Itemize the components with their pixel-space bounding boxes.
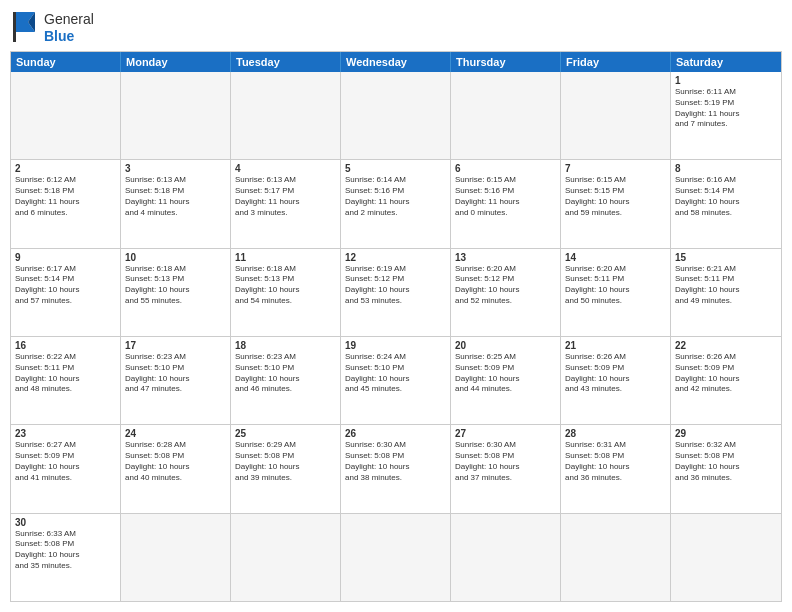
day-number: 14 [565,252,666,263]
day-headers: SundayMondayTuesdayWednesdayThursdayFrid… [11,52,781,72]
day-cell-27: 27Sunrise: 6:30 AM Sunset: 5:08 PM Dayli… [451,425,561,512]
day-cell-7: 7Sunrise: 6:15 AM Sunset: 5:15 PM Daylig… [561,160,671,247]
day-number: 9 [15,252,116,263]
week-row-1: 1Sunrise: 6:11 AM Sunset: 5:19 PM Daylig… [11,72,781,159]
day-cell-empty [451,514,561,601]
day-cell-empty [121,72,231,159]
day-info: Sunrise: 6:11 AM Sunset: 5:19 PM Dayligh… [675,87,777,130]
logo-blue-text: Blue [44,28,94,45]
day-info: Sunrise: 6:18 AM Sunset: 5:13 PM Dayligh… [125,264,226,307]
day-number: 17 [125,340,226,351]
day-info: Sunrise: 6:25 AM Sunset: 5:09 PM Dayligh… [455,352,556,395]
day-number: 1 [675,75,777,86]
day-header-monday: Monday [121,52,231,72]
week-row-2: 2Sunrise: 6:12 AM Sunset: 5:18 PM Daylig… [11,159,781,247]
day-cell-5: 5Sunrise: 6:14 AM Sunset: 5:16 PM Daylig… [341,160,451,247]
day-cell-empty [11,72,121,159]
day-cell-28: 28Sunrise: 6:31 AM Sunset: 5:08 PM Dayli… [561,425,671,512]
calendar-body: 1Sunrise: 6:11 AM Sunset: 5:19 PM Daylig… [11,72,781,601]
day-info: Sunrise: 6:20 AM Sunset: 5:12 PM Dayligh… [455,264,556,307]
logo-flag-icon [10,10,40,45]
day-cell-10: 10Sunrise: 6:18 AM Sunset: 5:13 PM Dayli… [121,249,231,336]
svg-rect-2 [13,12,16,42]
day-info: Sunrise: 6:32 AM Sunset: 5:08 PM Dayligh… [675,440,777,483]
day-info: Sunrise: 6:23 AM Sunset: 5:10 PM Dayligh… [235,352,336,395]
day-number: 20 [455,340,556,351]
week-row-5: 23Sunrise: 6:27 AM Sunset: 5:09 PM Dayli… [11,424,781,512]
day-number: 26 [345,428,446,439]
day-info: Sunrise: 6:26 AM Sunset: 5:09 PM Dayligh… [565,352,666,395]
day-cell-empty [561,72,671,159]
day-cell-4: 4Sunrise: 6:13 AM Sunset: 5:17 PM Daylig… [231,160,341,247]
week-row-3: 9Sunrise: 6:17 AM Sunset: 5:14 PM Daylig… [11,248,781,336]
day-cell-16: 16Sunrise: 6:22 AM Sunset: 5:11 PM Dayli… [11,337,121,424]
day-number: 3 [125,163,226,174]
day-info: Sunrise: 6:29 AM Sunset: 5:08 PM Dayligh… [235,440,336,483]
calendar: SundayMondayTuesdayWednesdayThursdayFrid… [10,51,782,602]
day-number: 21 [565,340,666,351]
day-cell-20: 20Sunrise: 6:25 AM Sunset: 5:09 PM Dayli… [451,337,561,424]
calendar-page: GeneralBlue SundayMondayTuesdayWednesday… [0,0,792,612]
day-header-saturday: Saturday [671,52,781,72]
day-cell-9: 9Sunrise: 6:17 AM Sunset: 5:14 PM Daylig… [11,249,121,336]
day-number: 30 [15,517,116,528]
day-cell-empty [451,72,561,159]
day-cell-23: 23Sunrise: 6:27 AM Sunset: 5:09 PM Dayli… [11,425,121,512]
day-cell-30: 30Sunrise: 6:33 AM Sunset: 5:08 PM Dayli… [11,514,121,601]
day-info: Sunrise: 6:15 AM Sunset: 5:16 PM Dayligh… [455,175,556,218]
day-info: Sunrise: 6:31 AM Sunset: 5:08 PM Dayligh… [565,440,666,483]
day-number: 12 [345,252,446,263]
logo-text: GeneralBlue [44,11,94,45]
day-info: Sunrise: 6:15 AM Sunset: 5:15 PM Dayligh… [565,175,666,218]
day-number: 24 [125,428,226,439]
day-info: Sunrise: 6:18 AM Sunset: 5:13 PM Dayligh… [235,264,336,307]
day-cell-17: 17Sunrise: 6:23 AM Sunset: 5:10 PM Dayli… [121,337,231,424]
day-number: 4 [235,163,336,174]
day-number: 7 [565,163,666,174]
day-number: 5 [345,163,446,174]
day-number: 8 [675,163,777,174]
day-number: 16 [15,340,116,351]
day-number: 10 [125,252,226,263]
logo-general-text: General [44,11,94,28]
day-header-friday: Friday [561,52,671,72]
day-number: 28 [565,428,666,439]
day-number: 2 [15,163,116,174]
day-info: Sunrise: 6:28 AM Sunset: 5:08 PM Dayligh… [125,440,226,483]
day-number: 19 [345,340,446,351]
day-header-thursday: Thursday [451,52,561,72]
day-cell-21: 21Sunrise: 6:26 AM Sunset: 5:09 PM Dayli… [561,337,671,424]
day-number: 18 [235,340,336,351]
week-row-6: 30Sunrise: 6:33 AM Sunset: 5:08 PM Dayli… [11,513,781,601]
day-cell-18: 18Sunrise: 6:23 AM Sunset: 5:10 PM Dayli… [231,337,341,424]
day-info: Sunrise: 6:23 AM Sunset: 5:10 PM Dayligh… [125,352,226,395]
day-cell-25: 25Sunrise: 6:29 AM Sunset: 5:08 PM Dayli… [231,425,341,512]
day-cell-11: 11Sunrise: 6:18 AM Sunset: 5:13 PM Dayli… [231,249,341,336]
day-header-wednesday: Wednesday [341,52,451,72]
day-info: Sunrise: 6:12 AM Sunset: 5:18 PM Dayligh… [15,175,116,218]
day-info: Sunrise: 6:14 AM Sunset: 5:16 PM Dayligh… [345,175,446,218]
day-cell-empty [231,72,341,159]
week-row-4: 16Sunrise: 6:22 AM Sunset: 5:11 PM Dayli… [11,336,781,424]
day-info: Sunrise: 6:17 AM Sunset: 5:14 PM Dayligh… [15,264,116,307]
day-info: Sunrise: 6:30 AM Sunset: 5:08 PM Dayligh… [455,440,556,483]
day-cell-3: 3Sunrise: 6:13 AM Sunset: 5:18 PM Daylig… [121,160,231,247]
day-number: 29 [675,428,777,439]
day-info: Sunrise: 6:24 AM Sunset: 5:10 PM Dayligh… [345,352,446,395]
day-header-tuesday: Tuesday [231,52,341,72]
day-cell-empty [341,514,451,601]
day-cell-2: 2Sunrise: 6:12 AM Sunset: 5:18 PM Daylig… [11,160,121,247]
day-number: 15 [675,252,777,263]
day-number: 6 [455,163,556,174]
day-header-sunday: Sunday [11,52,121,72]
day-info: Sunrise: 6:13 AM Sunset: 5:17 PM Dayligh… [235,175,336,218]
day-info: Sunrise: 6:22 AM Sunset: 5:11 PM Dayligh… [15,352,116,395]
day-number: 13 [455,252,556,263]
day-info: Sunrise: 6:21 AM Sunset: 5:11 PM Dayligh… [675,264,777,307]
day-info: Sunrise: 6:20 AM Sunset: 5:11 PM Dayligh… [565,264,666,307]
day-number: 22 [675,340,777,351]
day-info: Sunrise: 6:30 AM Sunset: 5:08 PM Dayligh… [345,440,446,483]
day-cell-12: 12Sunrise: 6:19 AM Sunset: 5:12 PM Dayli… [341,249,451,336]
day-cell-empty [671,514,781,601]
day-cell-29: 29Sunrise: 6:32 AM Sunset: 5:08 PM Dayli… [671,425,781,512]
